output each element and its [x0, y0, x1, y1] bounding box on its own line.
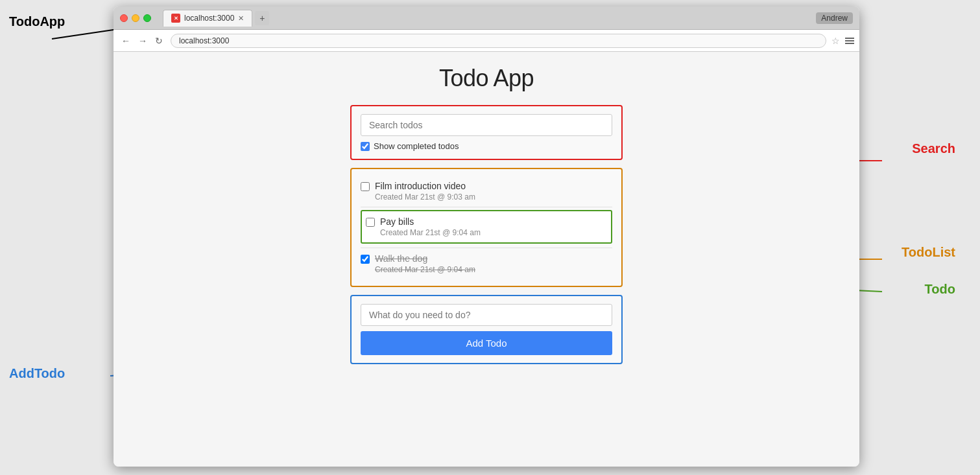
todo-checkbox-3[interactable]: [361, 255, 370, 264]
tab-favicon: ✕: [171, 14, 180, 23]
close-button[interactable]: [120, 14, 128, 22]
todo-content-1: Film introduction video Created Mar 21st…: [375, 181, 612, 202]
tab-title: localhost:3000: [184, 14, 234, 23]
show-completed-label: Show completed todos: [374, 141, 459, 151]
todo-content-2: Pay bills Created Mar 21st @ 9:04 am: [380, 216, 607, 237]
browser-window: ✕ localhost:3000 ✕ + Andrew ← → ↻ ☆ Todo…: [114, 6, 859, 467]
title-bar: ✕ localhost:3000 ✕ + Andrew: [114, 6, 859, 30]
search-annotation-label: Search: [912, 141, 955, 156]
todo-date-2: Created Mar 21st @ 9:04 am: [380, 228, 607, 237]
addtodo-button[interactable]: Add Todo: [361, 331, 612, 355]
todo-item-2: Pay bills Created Mar 21st @ 9:04 am: [361, 210, 612, 244]
page-content: Todo App Show completed todos Film intro…: [114, 52, 859, 467]
todolist-section: Film introduction video Created Mar 21st…: [350, 168, 623, 287]
active-tab[interactable]: ✕ localhost:3000 ✕: [163, 10, 252, 27]
search-input[interactable]: [361, 114, 612, 136]
nav-buttons: ← → ↻: [119, 34, 165, 47]
addtodo-annotation-label: AddTodo: [9, 366, 65, 381]
page-title: Todo App: [439, 65, 534, 92]
address-input[interactable]: [171, 34, 826, 48]
menu-icon[interactable]: [845, 38, 854, 44]
todo-title-1: Film introduction video: [375, 181, 612, 191]
todoapp-annotation-label: TodoApp: [9, 14, 65, 29]
maximize-button[interactable]: [143, 14, 151, 22]
todo-date-3: Created Mar 21st @ 9:04 am: [375, 265, 612, 274]
minimize-button[interactable]: [132, 14, 139, 22]
addtodo-section: Add Todo: [350, 295, 623, 364]
bookmark-icon[interactable]: ☆: [831, 36, 840, 46]
show-completed-checkbox[interactable]: [361, 142, 370, 151]
search-section: Show completed todos: [350, 105, 623, 160]
reload-button[interactable]: ↻: [152, 34, 165, 47]
todo-item-1: Film introduction video Created Mar 21st…: [361, 176, 612, 207]
todo-title-2: Pay bills: [380, 216, 607, 227]
todo-date-1: Created Mar 21st @ 9:03 am: [375, 192, 612, 202]
traffic-lights: [120, 14, 151, 22]
tab-close-icon[interactable]: ✕: [238, 14, 244, 23]
todo-title-3: Walk the dog: [375, 253, 612, 264]
todo-checkbox-2[interactable]: [366, 218, 375, 227]
show-completed-row: Show completed todos: [361, 141, 612, 151]
todolist-annotation-label: TodoList: [902, 245, 955, 260]
new-tab-button[interactable]: +: [255, 11, 269, 25]
user-badge: Andrew: [816, 12, 853, 24]
forward-button[interactable]: →: [136, 34, 150, 47]
back-button[interactable]: ←: [119, 34, 133, 47]
todo-content-3: Walk the dog Created Mar 21st @ 9:04 am: [375, 253, 612, 274]
todo-annotation-label: Todo: [925, 282, 955, 297]
addtodo-input[interactable]: [361, 304, 612, 326]
address-bar: ← → ↻ ☆: [114, 30, 859, 52]
tab-bar: ✕ localhost:3000 ✕ +: [163, 10, 811, 27]
todo-item-3: Walk the dog Created Mar 21st @ 9:04 am: [361, 248, 612, 279]
todo-checkbox-1[interactable]: [361, 182, 370, 191]
